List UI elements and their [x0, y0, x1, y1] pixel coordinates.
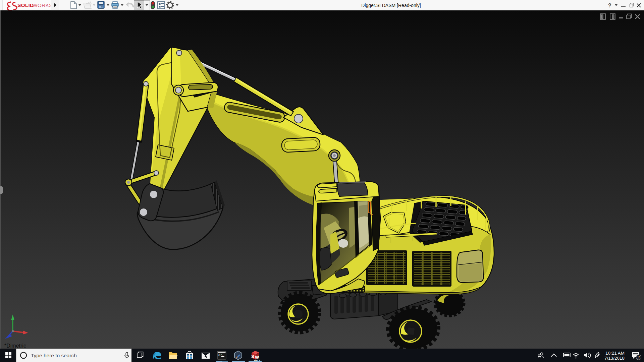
svg-text:7/13/2018: 7/13/2018: [604, 356, 625, 361]
svg-text:Type here to search: Type here to search: [31, 353, 77, 358]
svg-text:10:21 AM: 10:21 AM: [605, 351, 625, 356]
svg-text:S: S: [251, 354, 254, 359]
svg-text:Digger.SLDASM [Read-only]: Digger.SLDASM [Read-only]: [361, 3, 421, 8]
svg-text:*Dimetric: *Dimetric: [4, 343, 26, 349]
svg-text:2: 2: [638, 355, 640, 360]
svg-text:SOLID: SOLID: [17, 2, 34, 8]
svg-text:C:\: C:\: [218, 354, 223, 357]
svg-text:WORKS: WORKS: [33, 2, 53, 8]
svg-text:?: ?: [608, 3, 611, 8]
